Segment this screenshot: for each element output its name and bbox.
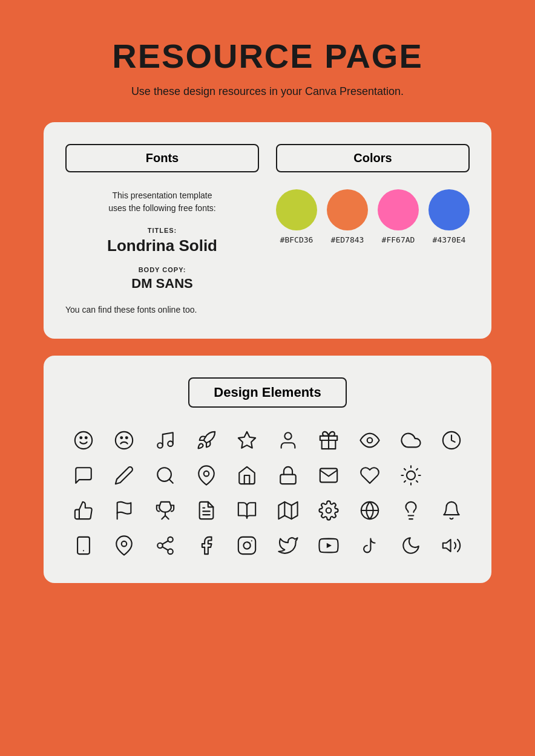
heart-icon [356,462,383,489]
thumbs-up-icon [70,497,97,524]
instagram-icon [234,532,260,559]
flag-icon [111,497,137,524]
svg-point-3 [116,432,133,449]
mail-icon [315,462,342,489]
color-swatch-2: #ED7843 [327,189,368,244]
lock-icon [275,462,301,489]
design-elements-card: Design Elements [44,356,491,583]
color-circle-3 [378,189,419,230]
page-title: RESOURCE PAGE [112,36,422,76]
page-subtitle: Use these design resources in your Canva… [131,85,404,98]
gift-icon [315,427,342,454]
color-swatch-1: #BFCD36 [276,189,317,244]
cloud-icon [398,427,424,454]
body-font-name: DM SANS [65,276,259,292]
bell-icon [438,497,465,524]
color-swatches: #BFCD36 #ED7843 #FF67AD #4370E4 [276,189,470,244]
user-icon [275,427,301,454]
svg-point-43 [157,543,163,549]
fonts-footer: You can find these fonts online too. [65,305,259,314]
svg-point-5 [126,437,128,438]
body-label: BODY COPY: [65,266,259,273]
color-circle-4 [428,189,470,230]
svg-point-4 [121,437,123,438]
sad-face-icon [111,427,137,454]
eye-icon [356,427,383,454]
clock-icon [438,427,465,454]
sun-icon [398,462,424,489]
svg-point-16 [203,471,209,477]
star-icon [234,427,260,454]
megaphone-icon [438,532,465,559]
svg-rect-47 [238,537,255,554]
tiktok-icon [356,532,383,559]
titles-font-name: Londrina Solid [65,236,259,255]
book-icon [234,497,260,524]
share-icon [152,532,179,559]
svg-point-9 [284,432,291,439]
fonts-section: Fonts This presentation template uses th… [65,144,259,314]
smiley-icon [70,427,97,454]
design-elements-header: Design Elements [65,377,470,408]
svg-point-34 [326,508,332,513]
fonts-description: This presentation template uses the foll… [65,189,259,215]
svg-point-18 [407,471,415,480]
placeholder-icon [438,462,465,489]
svg-point-12 [367,438,373,443]
document-icon [193,497,220,524]
svg-marker-8 [238,432,255,448]
facebook-icon [193,532,220,559]
icons-grid [65,427,470,559]
pencil-icon [111,462,137,489]
moon-icon [398,532,424,559]
settings-icon [315,497,342,524]
location-icon [111,532,137,559]
color-circle-1 [276,189,317,230]
colors-section: Colors #BFCD36 #ED7843 #FF67AD #4370E4 [276,144,470,314]
svg-line-21 [404,469,405,470]
svg-line-22 [416,481,418,482]
color-swatch-3: #FF67AD [378,189,419,244]
music-icon [152,427,179,454]
svg-point-41 [122,541,127,547]
lightbulb-icon [398,497,424,524]
color-hex-3: #FF67AD [382,235,415,244]
search-icon [152,462,179,489]
svg-point-6 [157,443,163,448]
twitter-icon [275,532,301,559]
svg-point-42 [168,537,173,543]
colors-label: Colors [276,144,470,172]
svg-line-15 [169,480,173,483]
svg-line-45 [162,547,168,550]
color-hex-4: #4370E4 [433,235,466,244]
svg-line-46 [162,541,168,544]
svg-rect-39 [77,537,90,554]
mobile-icon [70,532,97,559]
svg-point-0 [75,432,92,449]
design-elements-label: Design Elements [188,377,346,408]
svg-point-7 [168,441,173,446]
svg-marker-31 [278,502,297,519]
svg-point-1 [80,437,82,438]
fonts-colors-card: Fonts This presentation template uses th… [44,122,491,339]
color-hex-2: #ED7843 [331,235,364,244]
svg-rect-17 [280,475,296,484]
chat-icon [70,462,97,489]
trophy-icon [152,497,179,524]
svg-point-44 [168,549,173,555]
svg-line-26 [416,469,418,470]
youtube-icon [315,532,342,559]
home-icon [234,462,260,489]
svg-marker-49 [327,543,332,549]
rocket-icon [193,427,220,454]
color-hex-1: #BFCD36 [280,235,313,244]
map-icon [275,497,301,524]
pin-icon [193,462,220,489]
titles-label: TITLES: [65,227,259,234]
fonts-label: Fonts [65,144,259,172]
svg-point-2 [85,437,87,438]
color-circle-2 [327,189,368,230]
svg-line-25 [404,481,405,482]
color-swatch-4: #4370E4 [428,189,470,244]
globe-icon [356,497,383,524]
